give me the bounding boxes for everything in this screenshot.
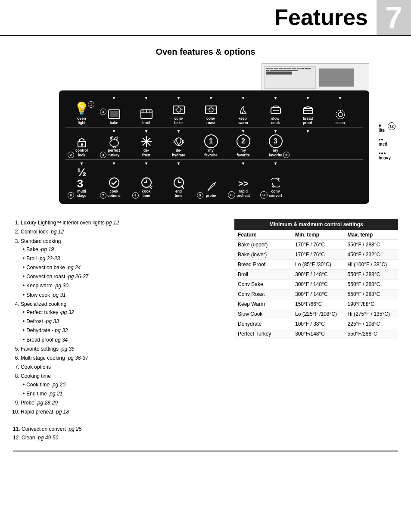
dehydrate-icon <box>171 135 186 148</box>
table-col-header: Feature Min. temp Max. temp <box>234 230 398 240</box>
multistage-label: multistage <box>77 189 86 198</box>
list-item: Keep warm ·pg 30- <box>23 282 226 290</box>
defrost-label: de-frost <box>142 148 150 157</box>
bread-proof-label: breadproof <box>303 116 313 125</box>
badge-12: 12 <box>388 122 395 130</box>
defrost-icon <box>140 135 153 148</box>
list-item: Perfect turkey ·pg 32 <box>23 308 226 317</box>
settings-table: Minimum & maximum control settings Featu… <box>234 219 398 339</box>
clean-icon <box>333 109 347 121</box>
table-row: Conv Bake300°F / 148°C550°F / 288°C <box>234 280 398 289</box>
bread-proof-icon <box>301 104 315 116</box>
badge-4: 4 <box>100 152 106 158</box>
perfect-turkey-label: perfectturkey <box>108 148 120 157</box>
keep-warm-label: keepwarm <box>238 116 248 125</box>
table-cell-min: Lo (85°F /30°C) <box>292 260 344 270</box>
table-cell-feature: Bake (upper) <box>234 240 292 250</box>
badge-9: 9 <box>197 192 203 199</box>
cook-time-icon <box>140 176 153 189</box>
oven-light-icon: 💡 <box>74 101 89 115</box>
badge-11: 11 <box>260 191 268 199</box>
list-item: Convection bake ·pg 24 <box>23 264 226 272</box>
table-cell-min: 300°F / 148°C <box>292 280 344 289</box>
cook-options-icon <box>107 176 121 189</box>
slow-cook-icon <box>269 104 283 116</box>
note-11: 11. Convection convert ·pg 25 <box>13 425 226 433</box>
list-item: Rapid preheat ·pg 18 <box>21 408 226 416</box>
section-title: Oven features & options <box>13 47 398 57</box>
cook-time-label: cooktime <box>142 189 151 198</box>
page-title: Features <box>0 0 377 35</box>
table-row: Keep Warm150°F/66°C190°F/88°C <box>234 299 398 309</box>
page-number: 7 <box>377 0 411 35</box>
dehydrate-label: de-hydrate <box>172 148 185 157</box>
svg-text:>>: >> <box>238 179 248 188</box>
panel-area: ▼ ▼ ▼ ▼ ▼ ▼ ▼ ▼ 💡 ovenlight <box>13 63 398 204</box>
list-item: Cooking time Cook time ·pg 20 End time ·… <box>21 372 226 398</box>
svg-rect-20 <box>81 143 83 146</box>
col-min-header: Min. temp <box>292 230 344 240</box>
list-item: Broil ·pg 22-23 <box>23 255 226 263</box>
table-cell-max: Hi (100°F / 38°C) <box>344 260 398 270</box>
badge-2: 2 <box>68 152 74 158</box>
panel-row-1: 💡 ovenlight 1 bake 3 <box>65 100 363 126</box>
svg-marker-28 <box>146 136 147 138</box>
list-item: Cook options <box>21 363 226 371</box>
svg-point-8 <box>177 108 181 112</box>
lower-content: Luxury-Lighting™ interior oven lights·pg… <box>13 219 398 442</box>
sub-list: Perfect turkey ·pg 32 Defrost ·pg 33 Deh… <box>21 308 226 344</box>
notes-list: Luxury-Lighting™ interior oven lights·pg… <box>13 219 226 416</box>
badge-1: 1 <box>88 101 94 108</box>
control-lock-label: controllock <box>75 148 88 157</box>
svg-rect-1 <box>110 111 118 117</box>
table-cell-min: 170°F / 76°C <box>292 250 344 260</box>
control-panel: ▼ ▼ ▼ ▼ ▼ ▼ ▼ ▼ 💡 ovenlight <box>59 90 369 204</box>
svg-marker-31 <box>150 141 152 143</box>
conv-roast-label: convroast <box>206 116 215 125</box>
broil-label: broil <box>142 121 150 125</box>
svg-point-10 <box>209 108 213 112</box>
table-cell-feature: Bread Proof <box>234 260 292 270</box>
main-content: Oven features & options <box>0 36 411 460</box>
list-item: Favorite settings ·pg 35 <box>21 345 226 353</box>
badge-7: 7 <box>100 192 106 199</box>
list-item: Specialized cooking Perfect turkey ·pg 3… <box>21 300 226 344</box>
table-cell-feature: Perfect Turkey <box>234 329 292 339</box>
end-time-label: endtime <box>175 189 182 198</box>
table-cell-feature: Conv Bake <box>234 280 292 289</box>
list-item: End time ·pg 21 <box>23 390 226 398</box>
badge-10: 10 <box>228 191 235 199</box>
my-favorite-3-label: myfavorite <box>269 148 282 157</box>
probe-label: probe <box>206 193 216 198</box>
lite-label: lite <box>379 128 385 133</box>
list-item: Convection roast ·pg 26-27 <box>23 273 226 281</box>
table-cell-min: 100°F / 38°C <box>292 319 344 329</box>
svg-point-33 <box>109 178 119 187</box>
table-cell-max: 550°F/288°C <box>344 329 398 339</box>
table-cell-feature: Bake (lower) <box>234 250 292 260</box>
table-cell-feature: Keep Warm <box>234 299 292 309</box>
table-row: Bake (upper)170°F / 76°C550°F / 288°C <box>234 240 398 250</box>
table-title: Minimum & maximum control settings <box>234 219 398 230</box>
col-max-header: Max. temp <box>344 230 398 240</box>
list-item: Slow cook ·pg 31 <box>23 291 226 299</box>
control-panel-outer: ▼ ▼ ▼ ▼ ▼ ▼ ▼ ▼ 💡 ovenlight <box>59 90 369 204</box>
list-item: Luxury-Lighting™ interior oven lights·pg… <box>21 219 226 227</box>
list-item: Probe ·pg 28-29 <box>21 399 226 407</box>
table-cell-min: 150°F/66°C <box>292 299 344 309</box>
badge-3: 3 <box>100 109 106 115</box>
table-row: Conv Roast300°F / 148°C550°F / 288°C <box>234 289 398 299</box>
panel-row-3: ½3 multistage 6 cookoptions 7 <box>65 166 363 199</box>
conv-bake-icon <box>172 104 186 116</box>
my-favorite-1-label: myfavorite <box>204 148 218 157</box>
display-screen <box>319 68 354 87</box>
list-item: Defrost ·pg 33 <box>23 317 226 326</box>
sub-list: Cook time ·pg 20 End time ·pg 21 <box>21 381 226 398</box>
table-cell-max: 550°F / 288°C <box>344 280 398 289</box>
table-cell-min: 170°F / 76°C <box>292 240 344 250</box>
my-favorite-3-icon: 3 <box>269 134 283 148</box>
table-cell-max: 225°F / 108°C <box>344 319 398 329</box>
note-12: 12. Clean ·pg 49-50 <box>13 434 226 442</box>
svg-point-21 <box>110 140 118 146</box>
list-item: Dehydrate - pg 33 <box>23 327 226 335</box>
